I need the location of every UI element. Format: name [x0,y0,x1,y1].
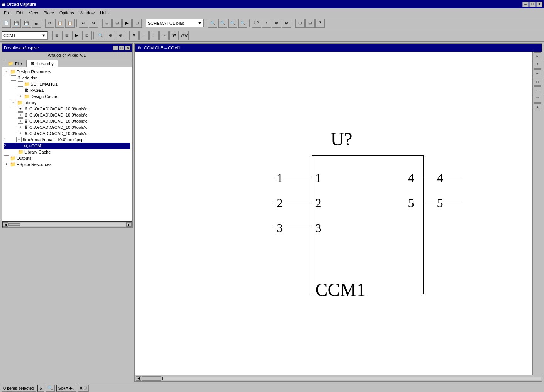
canvas-scrollbar[interactable]: ◀ [135,375,542,381]
tree-main-lib[interactable]: 1 − 🗎 c:\orcad\orcad_10.0\tools\pspi [4,137,130,143]
panel-close-button[interactable]: ✕ [125,46,130,50]
zoom-out-button[interactable]: 🔍 [218,19,227,28]
tree-expand-dcache[interactable]: + [18,94,23,99]
rt-line-btn[interactable]: / [534,61,541,69]
scroll-left-btn[interactable]: ◀ [3,222,8,227]
tree-ccm1[interactable]: 2 ⊲▷ CCM1 [4,143,130,149]
tree-lib-entry3[interactable]: + 🗎 C:\OrCAD\OrCAD_10.0\tools\c [4,118,130,124]
panel-minimize-button[interactable]: ─ [113,46,118,50]
tree-expand-library[interactable]: − [11,100,16,105]
zoom-dropdown[interactable]: CCM1 ▼ [2,31,48,40]
canvas-area[interactable]: U? 1 1 2 2 3 3 [135,52,542,375]
split-vert-button[interactable]: ⊞ [112,19,122,28]
menu-window[interactable]: Window [77,10,97,16]
paste-button[interactable]: 📋 [65,19,75,28]
tree-expand-mainlib[interactable]: − [16,137,22,142]
run-button[interactable]: ▶ [122,19,132,28]
tree-page1[interactable]: 🗎 PAGE1 [4,87,130,93]
rt-circle-btn[interactable]: ○ [534,86,541,94]
doc-icon-page: 🗎 [25,88,29,93]
menu-file[interactable]: File [2,10,13,16]
canvas-scroll-tab[interactable] [142,376,161,381]
rt-corner-btn[interactable]: ⌐ [534,69,541,77]
tab-file[interactable]: 📁 File [4,60,26,67]
rt-rect-btn[interactable]: □ [534,78,541,86]
tree-expand-eda[interactable]: − [11,75,16,81]
menu-place[interactable]: Place [41,10,56,16]
redo-button[interactable]: ↪ [89,19,98,28]
tb2-wave-btn[interactable]: 〜 [159,31,169,40]
new-button[interactable]: 📄 [2,19,11,28]
menu-edit[interactable]: Edit [14,10,26,16]
tb2-w-btn[interactable]: W [169,31,179,40]
run2-button[interactable]: ⊡ [132,19,142,28]
rt-cursor-btn[interactable]: ↖ [534,52,541,60]
save2-button[interactable]: 💾 [22,19,31,28]
tree-expand-lib2[interactable]: + [18,112,23,118]
tree-expand-outputs[interactable] [4,155,9,161]
minimize-button[interactable]: ─ [522,2,529,7]
tree-expand-design[interactable]: − [4,69,9,74]
zoom-area-button[interactable]: 🔍 [238,19,247,28]
tool1-button[interactable]: U? [252,19,261,28]
tb2-down-btn[interactable]: ↓ [139,31,149,40]
tree-library-cache[interactable]: 📁 Library Cache [4,149,130,155]
tb2-btn5[interactable]: 🔍 [96,31,105,40]
tb2-ww-btn[interactable]: WW [180,31,189,40]
tb2-btn3[interactable]: ▶ [72,31,81,40]
undo-button[interactable]: ↩ [79,19,88,28]
rt-text-btn[interactable]: A [534,103,541,111]
tree-schematic1[interactable]: − 📁 SCHEMATIC1 [4,81,130,87]
scroll-right-btn[interactable]: ▶ [126,222,132,227]
tb2-btn2[interactable]: ⊟ [62,31,71,40]
tool5-button[interactable]: ⊡ [295,19,305,28]
tb2-btn1[interactable]: ⊞ [52,31,61,40]
tree-lib-entry4[interactable]: + 🗎 C:\OrCAD\OrCAD_10.0\tools\c [4,124,130,130]
tree-eda-dsn[interactable]: − 🗎 eda.dsn [4,75,130,81]
tool6-button[interactable]: ⊞ [305,19,315,28]
tb2-btn7[interactable]: ⊗ [116,31,125,40]
save-button[interactable]: 💾 [12,19,21,28]
canvas-scroll-left[interactable]: ◀ [136,376,141,381]
tree-outputs[interactable]: 📁 Outputs [4,155,130,161]
tb2-v-btn[interactable]: V [129,31,139,40]
tool3-button[interactable]: ⊕ [272,19,281,28]
maximize-button[interactable]: □ [529,2,536,7]
tool2-button[interactable]: ↕ [262,19,271,28]
copy-button[interactable]: 📋 [55,19,64,28]
print-button[interactable]: 🖨 [32,19,41,28]
tree-lib-entry1[interactable]: + 🗎 C:\OrCAD\OrCAD_10.0\tools\c [4,106,130,112]
help-button[interactable]: ? [315,19,325,28]
tab-hierarchy[interactable]: ⊞ Hierarchy [26,60,58,67]
tree-expand-lib5[interactable]: + [18,131,23,136]
tree-lib-entry2[interactable]: + 🗎 C:\OrCAD\OrCAD_10.0\tools\c [4,112,130,118]
panel-scrollbar[interactable]: ◀ ▶ [2,221,132,228]
zoom-fit-button[interactable]: 🔍 [228,19,237,28]
tree-library[interactable]: − 📁 Library [4,100,130,106]
menu-options[interactable]: Options [57,10,76,16]
menu-help[interactable]: Help [98,10,111,16]
rt-arc-btn[interactable]: ⌒ [534,95,541,103]
lib-icon3: 🗎 [24,118,29,124]
schematic-dropdown[interactable]: SCHEMATIC1-bias ▼ [146,19,204,27]
tree-design-resources[interactable]: − 📁 Design Resources [4,69,130,75]
tool4-button[interactable]: ⊗ [282,19,291,28]
tree-expand-pspice[interactable]: + [4,162,9,167]
tree-pspice[interactable]: + 📁 PSpice Resources [4,161,130,167]
panel-maximize-button[interactable]: □ [119,46,124,50]
tree-expand-schematic[interactable]: − [18,81,23,87]
close-button[interactable]: ✕ [536,2,542,7]
tb2-i-btn[interactable]: I [149,31,159,40]
tree-expand-lib3[interactable]: + [18,118,23,124]
cut-button[interactable]: ✂ [45,19,54,28]
split-horiz-button[interactable]: ⊟ [102,19,112,28]
tree-design-cache[interactable]: + 📁 Design Cache [4,93,130,100]
tree-expand-lib4[interactable]: + [18,125,23,130]
tree-lib-entry5[interactable]: + 🗎 C:\OrCAD\OrCAD_10.0\tools\c [4,130,130,137]
tree-expand-lib1[interactable]: + [18,106,23,112]
tb2-btn4[interactable]: ⊡ [82,31,92,40]
tree-label-schematic: SCHEMATIC1 [31,82,58,86]
tb2-btn6[interactable]: ⊕ [106,31,115,40]
menu-view[interactable]: View [27,10,41,16]
zoom-in-button[interactable]: 🔍 [208,19,217,28]
